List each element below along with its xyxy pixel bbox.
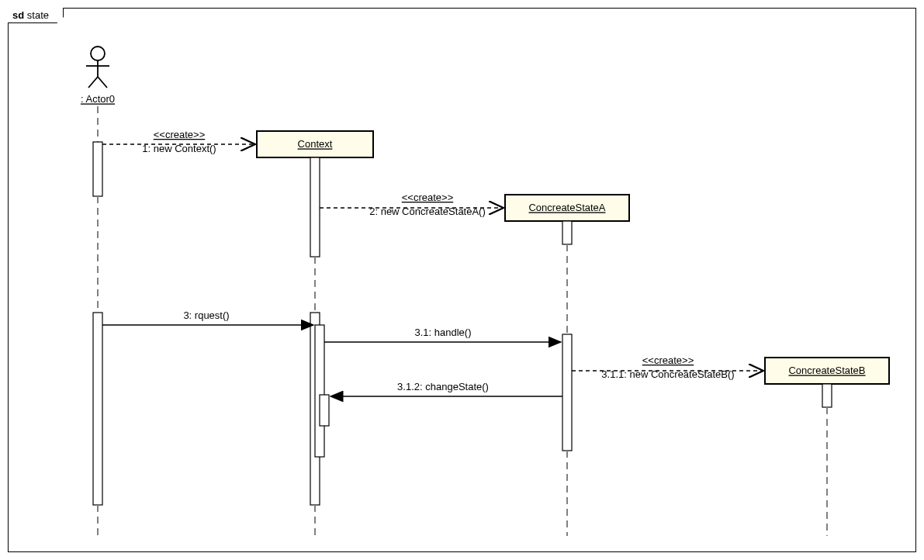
stateB-activation-init [822, 384, 832, 407]
actor-icon [86, 47, 109, 88]
sequence-diagram-frame: sd state : Actor0 Con [8, 8, 916, 552]
svg-point-0 [91, 47, 105, 60]
frame-label-name: state [27, 9, 49, 21]
msg-3-1-label: 3.1: handle() [415, 327, 472, 338]
stateA-activation-2 [562, 334, 572, 451]
actor-activation-2 [93, 313, 102, 505]
msg-2-stereo: <<create>> [402, 192, 454, 203]
frame-label-prefix: sd [12, 9, 24, 21]
diagram-canvas: : Actor0 Context ConcreateStateA Concrea… [9, 9, 915, 551]
stateB-label: ConcreateStateB [788, 365, 865, 376]
svg-line-3 [88, 77, 98, 88]
msg-2-label: 2: new ConcreateStateA() [369, 206, 486, 217]
context-label: Context [298, 138, 333, 150]
svg-line-4 [98, 77, 107, 88]
context-activation-1 [310, 157, 320, 257]
actor-label: : Actor0 [81, 93, 115, 105]
msg-1-label: 1: new Context() [142, 143, 216, 154]
frame-label: sd state [8, 8, 64, 23]
context-activation-2b [315, 325, 324, 457]
msg-1-stereo: <<create>> [154, 129, 206, 140]
msg-3-1-1-label: 3.1.1: new ConcreateStateB() [601, 368, 734, 380]
msg-3-label: 3: rquest() [183, 309, 229, 321]
msg-3-1-2-label: 3.1.2: changeState() [397, 381, 489, 392]
msg-3-1-1-stereo: <<create>> [642, 354, 694, 366]
context-activation-2c [320, 395, 329, 426]
stateA-activation-init [562, 221, 572, 244]
stateA-label: ConcreateStateA [528, 202, 605, 213]
actor-activation-1 [93, 142, 102, 196]
